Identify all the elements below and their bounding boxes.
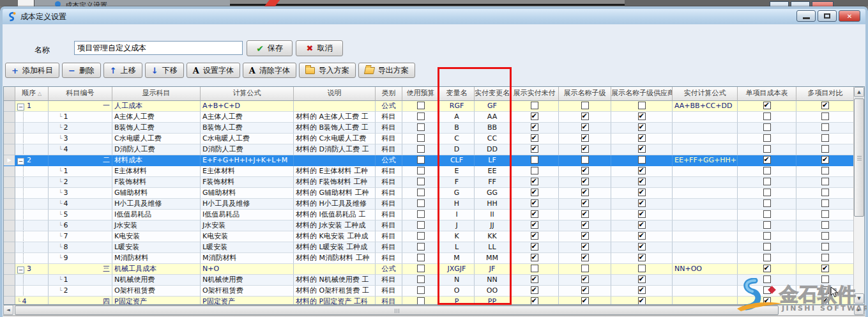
scroll-left-button[interactable]: ◄ [3, 305, 13, 315]
column-header-c1[interactable]: 展示实付未付 [510, 87, 559, 101]
column-header-c2[interactable]: 展示名称子级 [559, 87, 611, 101]
show-name-child-checkbox[interactable]: ✔ [581, 145, 589, 153]
multi-project-compare-checkbox[interactable] [821, 254, 829, 261]
table-row[interactable]: ▶−2二材料成本E+F+G+H+I+J+K+L+M公式CLFLFEE+FF+GG… [4, 155, 855, 166]
use-budget-checkbox[interactable] [417, 156, 425, 164]
single-project-cost-checkbox[interactable] [763, 210, 771, 218]
export-scheme-button[interactable]: 导出方案 [358, 63, 415, 78]
table-row[interactable]: └3C水电暖人工费C水电暖人工费材料的 C水电暖人工费科目CCC✔✔✔ [4, 134, 855, 144]
show-name-child-checkbox[interactable]: ✔ [581, 167, 589, 174]
show-name-child-checkbox[interactable]: ✔ [581, 199, 589, 207]
column-header-desc[interactable]: 说明 [294, 87, 376, 101]
column-header-num[interactable]: 科目编号 [49, 87, 112, 101]
use-budget-checkbox[interactable] [417, 275, 425, 283]
use-budget-checkbox[interactable] [417, 243, 425, 251]
single-project-cost-checkbox[interactable] [763, 167, 771, 174]
scheme-name-input[interactable] [74, 41, 243, 55]
multi-project-compare-checkbox[interactable] [821, 178, 829, 185]
show-name-child-supplier-checkbox[interactable]: ✔ [638, 123, 646, 131]
single-project-cost-checkbox[interactable] [763, 178, 771, 185]
tree-collapse-icon[interactable]: − [17, 267, 24, 274]
use-budget-checkbox[interactable] [417, 178, 425, 185]
move-down-button[interactable]: ↓下移 [145, 63, 184, 78]
show-name-child-checkbox[interactable]: ✔ [581, 112, 589, 120]
show-name-child-supplier-checkbox[interactable] [638, 102, 646, 109]
use-budget-checkbox[interactable] [417, 134, 425, 142]
multi-project-compare-checkbox[interactable] [821, 145, 829, 153]
delete-button[interactable]: −删除 [62, 63, 101, 78]
single-project-cost-checkbox[interactable] [763, 232, 771, 240]
move-up-button[interactable]: ↑上移 [103, 63, 142, 78]
table-row[interactable]: −1一人工成本A+B+C+D公式RGFGFAA+BB+CC+DD✔✔ [4, 101, 855, 112]
show-name-child-supplier-checkbox[interactable] [638, 156, 646, 164]
single-project-cost-checkbox[interactable] [763, 243, 771, 251]
multi-project-compare-checkbox[interactable] [821, 221, 829, 229]
use-budget-checkbox[interactable] [417, 199, 425, 207]
single-project-cost-checkbox[interactable] [763, 145, 771, 153]
multi-project-compare-checkbox[interactable]: ✔ [821, 265, 829, 272]
show-paid-unpaid-checkbox[interactable]: ✔ [531, 178, 538, 185]
show-paid-unpaid-checkbox[interactable] [531, 265, 538, 272]
table-row[interactable]: └4四P固定资产P固定资产材料的 P固定资产 工科科目PPP✔✔✔✔✔ [4, 297, 855, 305]
show-paid-unpaid-checkbox[interactable]: ✔ [531, 221, 538, 229]
show-name-child-supplier-checkbox[interactable]: ✔ [638, 167, 646, 174]
maximize-button[interactable] [818, 10, 837, 22]
column-header-type[interactable]: 类别 [376, 87, 402, 101]
table-row[interactable]: └7K电安装K电安装材料的 K电安装 工种成科目KKK✔✔✔ [4, 231, 855, 242]
tree-collapse-icon[interactable]: − [17, 158, 24, 165]
single-project-cost-checkbox[interactable] [763, 189, 771, 196]
single-project-cost-checkbox[interactable] [763, 254, 771, 261]
show-name-child-checkbox[interactable]: ✔ [581, 232, 589, 240]
minimize-button[interactable] [796, 10, 816, 22]
show-name-child-checkbox[interactable] [581, 265, 589, 272]
single-project-cost-checkbox[interactable] [763, 221, 771, 229]
show-paid-unpaid-checkbox[interactable]: ✔ [531, 297, 538, 305]
multi-project-compare-checkbox[interactable] [821, 199, 829, 207]
multi-project-compare-checkbox[interactable] [821, 134, 829, 142]
show-name-child-supplier-checkbox[interactable]: ✔ [638, 145, 646, 153]
multi-project-compare-checkbox[interactable] [821, 189, 829, 196]
import-scheme-button[interactable]: 导入方案 [299, 63, 356, 78]
show-name-child-supplier-checkbox[interactable]: ✔ [638, 297, 646, 305]
show-name-child-checkbox[interactable]: ✔ [581, 134, 589, 142]
column-header-payvar[interactable]: 实付变更名 [475, 87, 510, 101]
show-name-child-checkbox[interactable]: ✔ [581, 189, 589, 196]
show-paid-unpaid-checkbox[interactable]: ✔ [531, 275, 538, 283]
table-row[interactable]: └8L暖安装L暖安装材料的 L暖安装 工种成科目LLL✔✔✔ [4, 242, 855, 253]
tree-collapse-icon[interactable]: − [17, 104, 24, 111]
single-project-cost-checkbox[interactable] [763, 134, 771, 142]
show-paid-unpaid-checkbox[interactable]: ✔ [531, 210, 538, 218]
show-paid-unpaid-checkbox[interactable]: ✔ [531, 199, 538, 207]
show-name-child-checkbox[interactable]: ✔ [581, 210, 589, 218]
single-project-cost-checkbox[interactable] [763, 199, 771, 207]
show-name-child-supplier-checkbox[interactable]: ✔ [638, 221, 646, 229]
show-paid-unpaid-checkbox[interactable]: ✔ [531, 112, 538, 120]
column-header-multi[interactable]: 多项目对比 [796, 87, 855, 101]
show-name-child-checkbox[interactable]: ✔ [581, 178, 589, 185]
use-budget-checkbox[interactable] [417, 221, 425, 229]
table-row[interactable]: └9M消防材料M消防材料材料的 M消防材料 工种科目MMM✔✔✔ [4, 253, 855, 264]
show-name-child-supplier-checkbox[interactable]: ✔ [638, 134, 646, 142]
show-paid-unpaid-checkbox[interactable] [531, 167, 538, 174]
show-paid-unpaid-checkbox[interactable]: ✔ [531, 134, 538, 142]
show-name-child-supplier-checkbox[interactable]: ✔ [638, 178, 646, 185]
use-budget-checkbox[interactable] [417, 210, 425, 218]
show-paid-unpaid-checkbox[interactable]: ✔ [531, 243, 538, 251]
show-name-child-checkbox[interactable] [581, 102, 589, 109]
show-name-child-supplier-checkbox[interactable]: ✔ [638, 232, 646, 240]
show-name-child-checkbox[interactable]: ✔ [581, 123, 589, 131]
show-paid-unpaid-checkbox[interactable] [531, 156, 538, 164]
scroll-up-button[interactable]: ▲ [854, 87, 864, 97]
column-header-budget[interactable]: 使用预算 [402, 87, 439, 101]
column-header-single[interactable]: 单项目成本表 [738, 87, 796, 101]
use-budget-checkbox[interactable] [417, 286, 425, 294]
multi-project-compare-checkbox[interactable] [821, 123, 829, 131]
show-name-child-checkbox[interactable]: ✔ [581, 243, 589, 251]
vertical-scrollbar[interactable]: ▲ ▼ [853, 87, 864, 304]
use-budget-checkbox[interactable] [417, 102, 425, 109]
column-header-varn[interactable]: 变量名 [439, 87, 475, 101]
show-name-child-supplier-checkbox[interactable]: ✔ [638, 254, 646, 261]
multi-project-compare-checkbox[interactable]: ✔ [821, 156, 829, 164]
show-name-child-checkbox[interactable]: ✔ [581, 286, 589, 294]
multi-project-compare-checkbox[interactable] [821, 243, 829, 251]
